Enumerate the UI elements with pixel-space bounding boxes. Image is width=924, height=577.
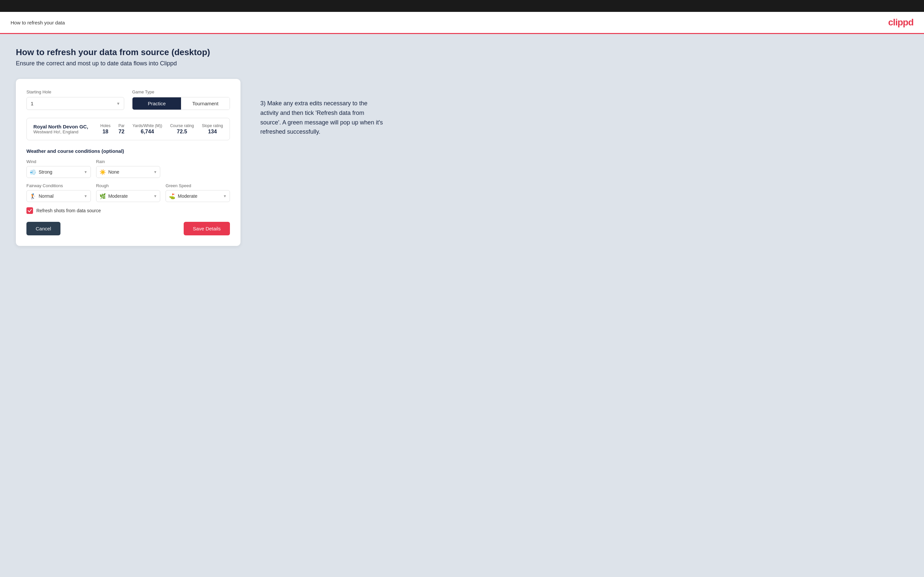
tournament-button[interactable]: Tournament: [181, 97, 229, 110]
slope-rating-label: Slope rating: [202, 124, 223, 128]
conditions-section: Weather and course conditions (optional)…: [26, 148, 230, 202]
yards-label: Yards/White (M)): [132, 124, 162, 128]
rain-label: Rain: [96, 159, 160, 164]
rough-label: Rough: [96, 183, 160, 188]
conditions-row-2: Fairway Conditions 🏌️ Normal ▼ Rough �: [26, 183, 230, 202]
top-bar: [0, 0, 924, 12]
course-name: Royal North Devon GC,: [33, 124, 88, 129]
course-rating-label: Course rating: [170, 124, 194, 128]
par-value: 72: [119, 129, 124, 134]
course-location: Westward Ho!, England: [33, 129, 88, 134]
yards-stat: Yards/White (M)) 6,744: [132, 124, 162, 135]
slope-rating-stat: Slope rating 134: [202, 124, 223, 135]
starting-hole-group: Starting Hole 1 ▼: [26, 89, 124, 110]
green-speed-select[interactable]: Moderate: [165, 190, 230, 202]
rough-group: Rough 🌿 Moderate ▼: [96, 183, 160, 202]
game-type-group: Game Type Practice Tournament: [132, 89, 230, 110]
holes-stat: Holes 18: [100, 124, 111, 135]
fairway-group: Fairway Conditions 🏌️ Normal ▼: [26, 183, 91, 202]
green-speed-group: Green Speed ⛳ Moderate ▼: [165, 183, 230, 202]
wind-label: Wind: [26, 159, 91, 164]
holes-label: Holes: [100, 124, 111, 128]
course-name-group: Royal North Devon GC, Westward Ho!, Engl…: [33, 124, 88, 134]
yards-value: 6,744: [141, 129, 154, 134]
par-label: Par: [118, 124, 124, 128]
refresh-checkbox[interactable]: [26, 207, 33, 214]
button-row: Cancel Save Details: [26, 222, 230, 235]
rain-select[interactable]: None: [96, 166, 160, 178]
slope-rating-value: 134: [208, 129, 217, 134]
footer: Copyright Clippd 2022: [0, 575, 924, 577]
page-subheading: Ensure the correct and most up to date d…: [16, 60, 908, 67]
green-speed-wrapper: ⛳ Moderate ▼: [165, 190, 230, 202]
page-heading: How to refresh your data from source (de…: [16, 47, 908, 58]
rain-wrapper: ☀️ None ▼: [96, 166, 160, 178]
practice-button[interactable]: Practice: [132, 97, 181, 110]
wind-rain-row: Wind 💨 Strong ▼ Rain ☀️: [26, 159, 230, 178]
refresh-checkbox-label: Refresh shots from data source: [36, 208, 101, 213]
save-button[interactable]: Save Details: [184, 222, 230, 235]
par-stat: Par 72: [118, 124, 124, 135]
course-stats: Holes 18 Par 72 Yards/White (M)) 6,744 C…: [100, 124, 223, 135]
course-rating-value: 72.5: [177, 129, 187, 134]
wind-wrapper: 💨 Strong ▼: [26, 166, 91, 178]
course-info-box: Royal North Devon GC, Westward Ho!, Engl…: [26, 118, 230, 140]
green-speed-label: Green Speed: [165, 183, 230, 188]
fairway-label: Fairway Conditions: [26, 183, 91, 188]
cancel-button[interactable]: Cancel: [26, 222, 60, 235]
form-card: Starting Hole 1 ▼ Game Type Practice Tou…: [16, 79, 241, 246]
fairway-select[interactable]: Normal: [26, 190, 91, 202]
rough-select[interactable]: Moderate: [96, 190, 160, 202]
refresh-checkbox-row: Refresh shots from data source: [26, 207, 230, 214]
header: How to refresh your data clippd: [0, 12, 924, 34]
wind-group: Wind 💨 Strong ▼: [26, 159, 91, 178]
instruction-panel: 3) Make any extra edits necessary to the…: [260, 79, 386, 137]
game-type-label: Game Type: [132, 89, 230, 94]
rough-wrapper: 🌿 Moderate ▼: [96, 190, 160, 202]
header-title: How to refresh your data: [11, 20, 65, 26]
starting-hole-wrapper: 1 ▼: [26, 97, 124, 110]
fairway-wrapper: 🏌️ Normal ▼: [26, 190, 91, 202]
instruction-text: 3) Make any extra edits necessary to the…: [260, 99, 386, 137]
content-area: Starting Hole 1 ▼ Game Type Practice Tou…: [16, 79, 908, 246]
holes-value: 18: [102, 129, 108, 134]
logo: clippd: [888, 17, 913, 28]
main-content: How to refresh your data from source (de…: [0, 34, 924, 575]
conditions-title: Weather and course conditions (optional): [26, 148, 230, 154]
starting-hole-select[interactable]: 1: [26, 97, 124, 110]
course-rating-stat: Course rating 72.5: [170, 124, 194, 135]
wind-select[interactable]: Strong: [26, 166, 91, 178]
game-type-toggle: Practice Tournament: [132, 97, 230, 110]
rain-group: Rain ☀️ None ▼: [96, 159, 160, 178]
starting-hole-label: Starting Hole: [26, 89, 124, 94]
top-form-row: Starting Hole 1 ▼ Game Type Practice Tou…: [26, 89, 230, 110]
spacer: [165, 159, 230, 178]
